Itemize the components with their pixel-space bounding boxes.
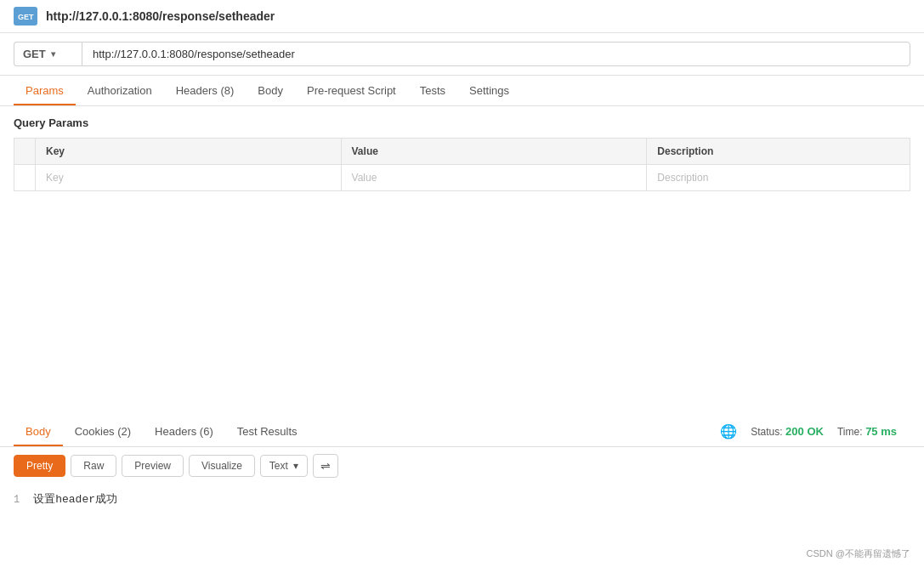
time-label: Time: 75 ms xyxy=(837,425,897,438)
format-visualize-button[interactable]: Visualize xyxy=(189,455,255,477)
status-label: Status: 200 OK xyxy=(751,425,824,438)
checkbox-header xyxy=(14,139,36,165)
value-header: Value xyxy=(341,139,647,165)
format-preview-button[interactable]: Preview xyxy=(122,455,184,477)
tab-authorization[interactable]: Authorization xyxy=(76,76,164,105)
tab-pre-request[interactable]: Pre-request Script xyxy=(295,76,408,105)
format-raw-button[interactable]: Raw xyxy=(71,455,116,477)
response-body-controls: Pretty Raw Preview Visualize Text ▾ ⇌ xyxy=(0,447,924,485)
response-text-1: 设置header成功 xyxy=(33,491,117,507)
description-header: Description xyxy=(647,139,910,165)
table-row: Key Value Description xyxy=(14,165,910,191)
text-format-dropdown[interactable]: Text ▾ xyxy=(260,455,308,477)
response-tabs-left: Body Cookies (2) Headers (6) Test Result… xyxy=(14,417,309,446)
svg-text:GET: GET xyxy=(18,13,34,21)
response-tab-cookies[interactable]: Cookies (2) xyxy=(63,417,143,446)
method-dropdown[interactable]: GET ▾ xyxy=(14,42,82,66)
wrap-button[interactable]: ⇌ xyxy=(313,454,338,478)
row-checkbox-cell xyxy=(14,165,36,191)
title-bar: GET http://127.0.0.1:8080/response/sethe… xyxy=(0,0,924,33)
method-label: GET xyxy=(23,48,46,60)
request-tabs: Params Authorization Headers (8) Body Pr… xyxy=(0,76,924,106)
params-table: Key Value Description Key Value Descript… xyxy=(14,138,910,191)
key-cell[interactable]: Key xyxy=(36,165,342,191)
response-tab-body[interactable]: Body xyxy=(14,417,63,446)
response-tab-headers[interactable]: Headers (6) xyxy=(143,417,225,446)
text-chevron-icon: ▾ xyxy=(293,460,298,472)
response-body-content: 1 设置header成功 xyxy=(0,485,924,513)
tab-headers[interactable]: Headers (8) xyxy=(164,76,247,105)
line-number-1: 1 xyxy=(14,494,20,506)
params-section: Query Params Key Value Description Key V… xyxy=(0,106,924,191)
watermark: CSDN @不能再留遗憾了 xyxy=(807,547,910,560)
value-cell[interactable]: Value xyxy=(341,165,647,191)
response-area: Body Cookies (2) Headers (6) Test Result… xyxy=(0,417,924,567)
wrap-icon: ⇌ xyxy=(320,459,331,473)
response-tabs-row: Body Cookies (2) Headers (6) Test Result… xyxy=(0,417,924,447)
response-line-1: 1 设置header成功 xyxy=(14,491,910,507)
method-icon: GET xyxy=(14,7,37,26)
query-params-title: Query Params xyxy=(14,116,910,129)
chevron-down-icon: ▾ xyxy=(51,49,55,59)
globe-icon: 🌐 xyxy=(720,423,737,439)
url-bar: GET ▾ xyxy=(0,33,924,76)
tab-body[interactable]: Body xyxy=(246,76,295,105)
title-url: http://127.0.0.1:8080/response/setheader xyxy=(46,9,275,23)
text-format-label: Text xyxy=(269,460,288,472)
tab-tests[interactable]: Tests xyxy=(408,76,457,105)
response-status: 🌐 Status: 200 OK Time: 75 ms xyxy=(720,423,910,439)
description-cell[interactable]: Description xyxy=(647,165,910,191)
url-input[interactable] xyxy=(82,42,910,66)
format-pretty-button[interactable]: Pretty xyxy=(14,455,65,477)
tab-params[interactable]: Params xyxy=(14,76,76,105)
response-tab-test-results[interactable]: Test Results xyxy=(225,417,309,446)
tab-settings[interactable]: Settings xyxy=(457,76,521,105)
key-header: Key xyxy=(36,139,342,165)
